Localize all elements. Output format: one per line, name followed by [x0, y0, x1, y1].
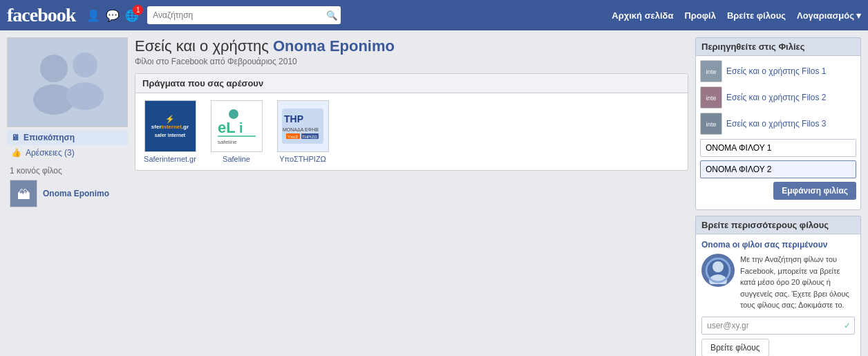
find-more-icon [701, 254, 735, 287]
find-more-text: Με την Αναζήτηση φίλων του Facebook, μπο… [740, 254, 855, 311]
find-more-title: Onoma οι φίλοι σας περιμένουν [701, 240, 855, 250]
likes-section-header: Πράγματα που σας αρέσουν [135, 74, 688, 93]
svg-text:ΤΗΡΙΖΩ: ΤΗΡΙΖΩ [302, 135, 317, 139]
profile-cover [7, 37, 128, 127]
like-label-1: Saferinternet.gr [144, 155, 196, 163]
thumbs-up-icon: 👍 [11, 148, 21, 158]
mutual-friends-label: 1 κοινός φίλος [10, 166, 128, 176]
page-layout: 🖥 Επισκόπηση 👍 Αρέσκειες (3) 1 κοινός φί… [0, 30, 868, 356]
friend-item-1[interactable]: inte Εσείς και ο χρήστης Filos 1 [700, 60, 856, 82]
sidebar-menu: 🖥 Επισκόπηση 👍 Αρέσκειες (3) [7, 130, 128, 160]
nav-links: Αρχική σελίδα Προφίλ Βρείτε φίλους Λογαρ… [612, 10, 861, 21]
friend-avatar-1: inte [700, 60, 722, 82]
find-friends-button[interactable]: Βρείτε φίλους [701, 339, 769, 357]
sidebar-item-likes[interactable]: 👍 Αρέσκειες (3) [7, 145, 128, 160]
show-friendship-wrap: Εμφάνιση φιλίας [700, 182, 856, 205]
friend-avatar-2: inte [700, 86, 722, 109]
svg-point-3 [66, 82, 104, 110]
like-thumb-saferinternet: ⚡ sferinternet.gr safer internet [144, 100, 196, 152]
search-bar: 🔍 [147, 6, 341, 24]
friendship-section-body: inte Εσείς και ο χρήστης Filos 1 inte Εσ… [695, 55, 861, 210]
likes-grid: ⚡ sferinternet.gr safer internet Saferin… [142, 100, 681, 163]
friend-link-2[interactable]: Εσείς και ο χρήστης Filos 2 [726, 93, 826, 102]
name-input-2[interactable] [700, 160, 856, 178]
find-more-header: Βρείτε περισσότερους φίλους [695, 216, 861, 234]
find-more-section: Βρείτε περισσότερους φίλους Onoma οι φίλ… [695, 216, 861, 356]
nav-account[interactable]: Λογαριασμός ▾ [797, 10, 861, 21]
friend-item-3[interactable]: inte Εσείς και ο χρήστης Filos 3 [700, 113, 856, 135]
notification-badge: 1 [133, 5, 143, 15]
top-navigation: facebook 👤 💬 🌐 1 🔍 Αρχική σελίδα Προφίλ … [0, 0, 868, 30]
monitor-icon: 🖥 [11, 133, 19, 142]
friend-link-1[interactable]: Εσείς και ο χρήστης Filos 1 [726, 66, 826, 76]
like-thumb-ypostirizo: ΤΗΡ ΜΟΝΑΔΑ ΕΦΗΒ ΥποΣ ΤΗΡΙΖΩ [277, 100, 329, 152]
search-button[interactable]: 🔍 [326, 10, 338, 21]
svg-text:🏔: 🏔 [17, 187, 30, 202]
like-item-safeline[interactable]: eL i safeline Safeline [209, 100, 264, 163]
mutual-friend-name[interactable]: Onoma Eponimo [43, 189, 109, 198]
main-content: Εσείς και ο χρήστης Onoma Eponimo Φίλοι … [135, 37, 688, 356]
likes-section: Πράγματα που σας αρέσουν ⚡ sferinternet.… [135, 73, 688, 171]
name-input-1[interactable] [700, 139, 856, 157]
svg-text:ΜΟΝΑΔΑ ΕΦΗΒ: ΜΟΝΑΔΑ ΕΦΗΒ [283, 127, 319, 132]
email-input[interactable] [701, 317, 855, 335]
svg-point-6 [229, 109, 238, 119]
email-check-icon: ✓ [844, 321, 851, 330]
sidebar: 🖥 Επισκόπηση 👍 Αρέσκειες (3) 1 κοινός φί… [7, 37, 128, 356]
messages-icon[interactable]: 💬 [106, 9, 120, 22]
svg-point-2 [73, 53, 97, 77]
svg-text:inte: inte [706, 121, 716, 128]
friends-icon[interactable]: 👤 [86, 9, 100, 22]
friend-item-2[interactable]: inte Εσείς και ο χρήστης Filos 2 [700, 86, 856, 109]
svg-text:ΤΗΡ: ΤΗΡ [284, 113, 303, 124]
likes-section-body: ⚡ sferinternet.gr safer internet Saferin… [135, 93, 688, 170]
svg-text:i: i [239, 120, 243, 135]
page-title: Εσείς και ο χρήστης Onoma Eponimo [135, 37, 688, 55]
svg-text:inte: inte [706, 95, 716, 102]
friend-link-3[interactable]: Εσείς και ο χρήστης Filos 3 [726, 119, 826, 129]
friendship-section-header: Περιηγηθείτε στις Φιλίες [695, 37, 861, 55]
nav-home[interactable]: Αρχική σελίδα [612, 10, 673, 21]
globe-icon[interactable]: 🌐 1 [125, 9, 139, 22]
svg-point-25 [713, 261, 724, 272]
mutual-friend-item[interactable]: 🏔 Onoma Eponimo [7, 178, 128, 209]
right-panel: Περιηγηθείτε στις Φιλίες inte Εσείς και … [695, 37, 861, 356]
like-item-saferinternet[interactable]: ⚡ sferinternet.gr safer internet Saferin… [142, 100, 198, 163]
page-subtitle: Φίλοι στο Facebook από Φεβρουάριος 2010 [135, 57, 688, 66]
svg-point-0 [40, 55, 68, 82]
like-item-ypostirizo[interactable]: ΤΗΡ ΜΟΝΑΔΑ ΕΦΗΒ ΥποΣ ΤΗΡΙΖΩ ΥποΣΤΗΡΙΖΩ [275, 100, 330, 163]
svg-text:inte: inte [706, 68, 716, 75]
svg-text:safeline: safeline [218, 139, 237, 145]
facebook-logo: facebook [7, 4, 75, 26]
search-input[interactable] [147, 6, 341, 24]
svg-text:eL: eL [218, 119, 236, 136]
friendship-section: Περιηγηθείτε στις Φιλίες inte Εσείς και … [695, 37, 861, 210]
show-friendship-button[interactable]: Εμφάνιση φιλίας [773, 182, 856, 200]
nav-find-friends[interactable]: Βρείτε φίλους [727, 10, 786, 21]
email-input-wrap: ✓ [701, 317, 855, 335]
sidebar-item-overview[interactable]: 🖥 Επισκόπηση [7, 130, 128, 145]
like-label-3: ΥποΣΤΗΡΙΖΩ [279, 155, 326, 163]
nav-profile[interactable]: Προφίλ [684, 10, 716, 21]
friend-avatar-3: inte [700, 113, 722, 135]
find-more-body: Onoma οι φίλοι σας περιμένουν Με την Ανα… [695, 234, 861, 356]
mutual-friend-thumbnail: 🏔 [10, 180, 37, 207]
svg-text:ΥποΣ: ΥποΣ [287, 135, 298, 139]
like-label-2: Safeline [223, 155, 250, 163]
chevron-down-icon: ▾ [856, 10, 861, 21]
find-more-content: Με την Αναζήτηση φίλων του Facebook, μπο… [701, 254, 855, 311]
like-thumb-safeline: eL i safeline [211, 100, 263, 152]
